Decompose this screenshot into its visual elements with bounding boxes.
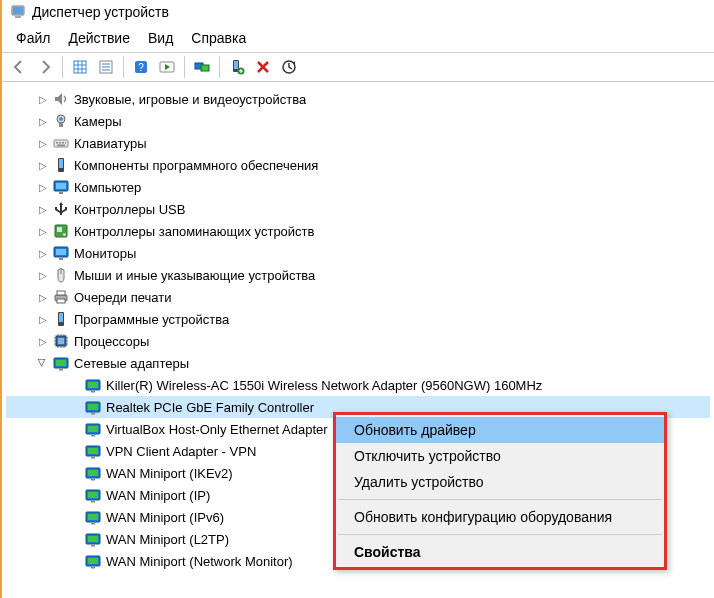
- menu-properties[interactable]: Свойства: [336, 539, 664, 565]
- expand-icon[interactable]: ▷: [36, 202, 50, 216]
- category-monitors[interactable]: ▷ Мониторы: [6, 242, 710, 264]
- category-label: Очереди печати: [72, 290, 172, 305]
- mouse-icon: [52, 266, 70, 284]
- expand-icon[interactable]: ▷: [36, 334, 50, 348]
- device-label: Killer(R) Wireless-AC 1550i Wireless Net…: [104, 378, 542, 393]
- expand-icon[interactable]: ▷: [36, 158, 50, 172]
- expand-icon[interactable]: ▷: [36, 246, 50, 260]
- keyboard-icon: [52, 134, 70, 152]
- expand-icon[interactable]: ▷: [36, 92, 50, 106]
- category-label: Мыши и иные указывающие устройства: [72, 268, 315, 283]
- expand-icon[interactable]: ▷: [36, 224, 50, 238]
- network-adapter-icon: [84, 464, 102, 482]
- network-adapter-icon: [84, 508, 102, 526]
- help-button[interactable]: [129, 55, 153, 79]
- software-icon: [52, 156, 70, 174]
- expand-icon[interactable]: ▷: [36, 114, 50, 128]
- category-label: Процессоры: [72, 334, 149, 349]
- expand-icon[interactable]: ▷: [36, 268, 50, 282]
- category-cpu[interactable]: ▷ Процессоры: [6, 330, 710, 352]
- collapse-icon[interactable]: ▷: [36, 356, 50, 370]
- device-label: VPN Client Adapter - VPN: [104, 444, 256, 459]
- category-label: Программные устройства: [72, 312, 229, 327]
- nav-back-button[interactable]: [7, 55, 31, 79]
- category-label: Камеры: [72, 114, 122, 129]
- category-sound[interactable]: ▷ Звуковые, игровые и видеоустройства: [6, 88, 710, 110]
- spacer: [68, 466, 82, 480]
- printer-icon: [52, 288, 70, 306]
- menu-disable-device[interactable]: Отключить устройство: [336, 443, 664, 469]
- menu-update-driver[interactable]: Обновить драйвер: [336, 417, 664, 443]
- category-computer[interactable]: ▷ Компьютер: [6, 176, 710, 198]
- category-software-devices[interactable]: ▷ Программные устройства: [6, 308, 710, 330]
- category-keyboards[interactable]: ▷ Клавиатуры: [6, 132, 710, 154]
- spacer: [68, 400, 82, 414]
- device-label: Realtek PCIe GbE Family Controller: [104, 400, 314, 415]
- menu-action[interactable]: Действие: [62, 28, 136, 48]
- category-storage[interactable]: ▷ Контроллеры запоминающих устройств: [6, 220, 710, 242]
- network-icon: [52, 354, 70, 372]
- menu-file[interactable]: Файл: [10, 28, 56, 48]
- expand-icon[interactable]: ▷: [36, 136, 50, 150]
- category-label: Компьютер: [72, 180, 141, 195]
- network-device-item[interactable]: Killer(R) Wireless-AC 1550i Wireless Net…: [6, 374, 710, 396]
- category-label: Мониторы: [72, 246, 136, 261]
- expand-icon[interactable]: ▷: [36, 312, 50, 326]
- category-printqueues[interactable]: ▷ Очереди печати: [6, 286, 710, 308]
- category-label: Клавиатуры: [72, 136, 147, 151]
- network-adapter-icon: [84, 376, 102, 394]
- spacer: [68, 532, 82, 546]
- view-monitors-button[interactable]: [190, 55, 214, 79]
- category-usb[interactable]: ▷ Контроллеры USB: [6, 198, 710, 220]
- cpu-icon: [52, 332, 70, 350]
- window-title: Диспетчер устройств: [32, 4, 169, 20]
- device-label: WAN Miniport (Network Monitor): [104, 554, 293, 569]
- spacer: [68, 488, 82, 502]
- category-label: Контроллеры запоминающих устройств: [72, 224, 314, 239]
- category-label: Звуковые, игровые и видеоустройства: [72, 92, 306, 107]
- category-label: Контроллеры USB: [72, 202, 185, 217]
- action-button[interactable]: [155, 55, 179, 79]
- menu-separator: [338, 499, 662, 500]
- uninstall-device-button[interactable]: [251, 55, 275, 79]
- device-label: VirtualBox Host-Only Ethernet Adapter: [104, 422, 328, 437]
- software-icon: [52, 310, 70, 328]
- spacer: [68, 422, 82, 436]
- network-adapter-icon: [84, 398, 102, 416]
- network-adapter-icon: [84, 486, 102, 504]
- nav-forward-button[interactable]: [33, 55, 57, 79]
- menu-scan-hardware[interactable]: Обновить конфигурацию оборудования: [336, 504, 664, 530]
- spacer: [68, 378, 82, 392]
- toolbar: [2, 52, 714, 82]
- category-mice[interactable]: ▷ Мыши и иные указывающие устройства: [6, 264, 710, 286]
- category-cameras[interactable]: ▷ Камеры: [6, 110, 710, 132]
- show-hidden-button[interactable]: [68, 55, 92, 79]
- menu-uninstall-device[interactable]: Удалить устройство: [336, 469, 664, 495]
- add-device-button[interactable]: [225, 55, 249, 79]
- network-adapter-icon: [84, 442, 102, 460]
- expand-icon[interactable]: ▷: [36, 290, 50, 304]
- context-menu: Обновить драйвер Отключить устройство Уд…: [333, 412, 667, 570]
- category-network-adapters[interactable]: ▷ Сетевые адаптеры: [6, 352, 710, 374]
- network-adapter-icon: [84, 552, 102, 570]
- category-software[interactable]: ▷ Компоненты программного обеспечения: [6, 154, 710, 176]
- device-tree: ▷ Звуковые, игровые и видеоустройства ▷ …: [2, 82, 714, 578]
- device-label: WAN Miniport (IPv6): [104, 510, 224, 525]
- scan-hardware-button[interactable]: [277, 55, 301, 79]
- network-adapter-icon: [84, 420, 102, 438]
- usb-icon: [52, 200, 70, 218]
- menu-help[interactable]: Справка: [185, 28, 252, 48]
- device-label: WAN Miniport (L2TP): [104, 532, 229, 547]
- expand-icon[interactable]: ▷: [36, 180, 50, 194]
- camera-icon: [52, 112, 70, 130]
- storage-icon: [52, 222, 70, 240]
- device-label: WAN Miniport (IP): [104, 488, 210, 503]
- menu-view[interactable]: Вид: [142, 28, 179, 48]
- spacer: [68, 510, 82, 524]
- properties-button[interactable]: [94, 55, 118, 79]
- device-label: WAN Miniport (IKEv2): [104, 466, 233, 481]
- computer-icon: [52, 178, 70, 196]
- spacer: [68, 554, 82, 568]
- monitor-icon: [52, 244, 70, 262]
- speaker-icon: [52, 90, 70, 108]
